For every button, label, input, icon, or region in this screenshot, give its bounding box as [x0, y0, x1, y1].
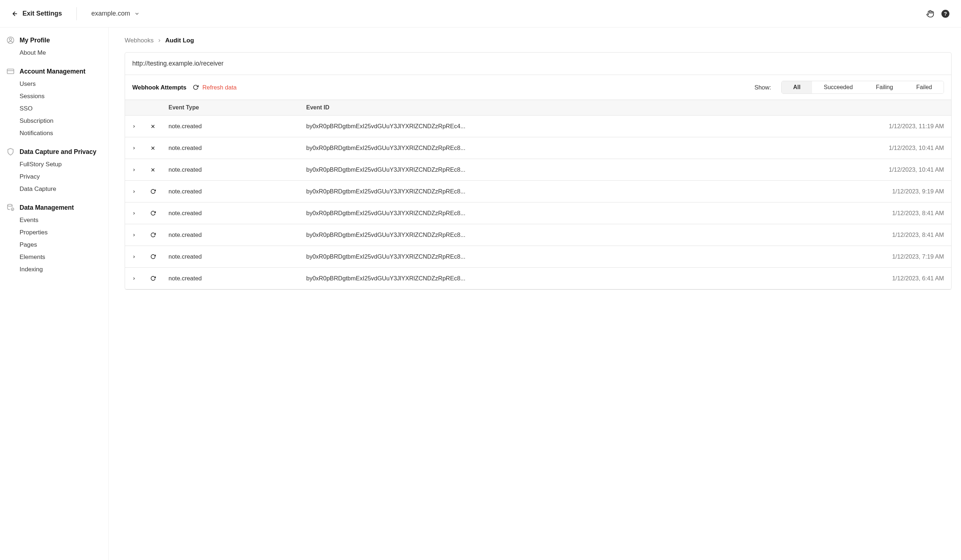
- expand-row-button[interactable]: [132, 190, 150, 193]
- card-icon: [6, 67, 14, 75]
- sidebar-item-properties[interactable]: Properties: [19, 229, 102, 236]
- row-event-id: by0xR0pBRDgtbmExI25vdGUuY3JlYXRlZCNDZzRp…: [306, 188, 864, 195]
- row-event-type: note.created: [169, 166, 306, 173]
- row-event-id: by0xR0pBRDgtbmExI25vdGUuY3JlYXRlZCNDZzRp…: [306, 123, 864, 130]
- col-event-type: Event Type: [169, 104, 306, 111]
- row-event-id: by0xR0pBRDgtbmExI25vdGUuY3JlYXRlZCNDZzRp…: [306, 166, 864, 173]
- row-event-id: by0xR0pBRDgtbmExI25vdGUuY3JlYXRlZCNDZzRp…: [306, 275, 864, 282]
- status-retry-icon: [150, 232, 169, 237]
- sidebar-section-title: Data Capture and Privacy: [19, 148, 96, 156]
- table-header: Event Type Event ID: [125, 99, 951, 116]
- sidebar-item-data-capture[interactable]: Data Capture: [19, 185, 102, 193]
- status-retry-icon: [150, 276, 169, 281]
- row-event-id: by0xR0pBRDgtbmExI25vdGUuY3JlYXRlZCNDZzRp…: [306, 210, 864, 217]
- expand-row-button[interactable]: [132, 168, 150, 172]
- row-event-type: note.created: [169, 231, 306, 238]
- sidebar-item-users[interactable]: Users: [19, 80, 102, 88]
- webhook-url: http://testing.example.io/receiver: [125, 53, 951, 75]
- row-event-id: by0xR0pBRDgtbmExI25vdGUuY3JlYXRlZCNDZzRp…: [306, 253, 864, 260]
- expand-row-button[interactable]: [132, 146, 150, 150]
- sidebar-item-indexing[interactable]: Indexing: [19, 266, 102, 273]
- refresh-icon: [193, 84, 199, 90]
- db-icon: [6, 204, 14, 212]
- arrow-left-icon: [11, 11, 18, 17]
- expand-row-button[interactable]: [132, 125, 150, 128]
- sidebar-item-events[interactable]: Events: [19, 217, 102, 224]
- refresh-button[interactable]: Refresh data: [193, 84, 236, 91]
- sidebar-item-notifications[interactable]: Notifications: [19, 130, 102, 137]
- table-row: note.createdby0xR0pBRDgtbmExI25vdGUuY3Jl…: [125, 202, 951, 224]
- chevron-right-icon: [157, 39, 162, 43]
- sidebar-item-about-me[interactable]: About Me: [19, 49, 102, 56]
- row-timestamp: 1/12/2023, 10:41 AM: [864, 166, 944, 173]
- row-event-type: note.created: [169, 253, 306, 260]
- sidebar-item-elements[interactable]: Elements: [19, 254, 102, 261]
- separator: [76, 7, 77, 20]
- user-icon: [6, 36, 14, 44]
- filter-group: AllSucceededFailingFailed: [781, 81, 944, 94]
- status-failed-icon: [150, 167, 169, 172]
- sidebar-section-title: Account Management: [19, 68, 85, 75]
- expand-row-button[interactable]: [132, 255, 150, 258]
- breadcrumb-current: Audit Log: [165, 37, 194, 44]
- breadcrumb-parent[interactable]: Webhooks: [125, 37, 154, 44]
- row-event-type: note.created: [169, 210, 306, 217]
- sidebar-item-privacy[interactable]: Privacy: [19, 173, 102, 180]
- status-retry-icon: [150, 189, 169, 194]
- sidebar-item-sso[interactable]: SSO: [19, 105, 102, 112]
- hand-icon[interactable]: [926, 10, 934, 18]
- refresh-label: Refresh data: [202, 84, 236, 91]
- table-row: note.createdby0xR0pBRDgtbmExI25vdGUuY3Jl…: [125, 159, 951, 181]
- row-timestamp: 1/12/2023, 10:41 AM: [864, 144, 944, 151]
- sidebar-section-header: My Profile: [6, 36, 102, 44]
- row-event-type: note.created: [169, 275, 306, 282]
- row-event-type: note.created: [169, 144, 306, 151]
- sidebar-item-subscription[interactable]: Subscription: [19, 117, 102, 125]
- domain-selector[interactable]: example.com: [91, 10, 140, 18]
- sidebar-item-fullstory-setup[interactable]: FullStory Setup: [19, 161, 102, 168]
- chevron-down-icon: [135, 11, 140, 16]
- expand-row-button[interactable]: [132, 233, 150, 237]
- main-content: Webhooks Audit Log http://testing.exampl…: [109, 27, 961, 560]
- sidebar-item-pages[interactable]: Pages: [19, 241, 102, 249]
- sidebar-item-sessions[interactable]: Sessions: [19, 93, 102, 100]
- filter-all[interactable]: All: [782, 81, 812, 93]
- show-label: Show:: [754, 84, 771, 91]
- sidebar-section-header: Data Management: [6, 204, 102, 212]
- shield-icon: [6, 148, 14, 156]
- sidebar-section-header: Account Management: [6, 67, 102, 75]
- status-failed-icon: [150, 124, 169, 129]
- expand-row-button[interactable]: [132, 277, 150, 280]
- table-row: note.createdby0xR0pBRDgtbmExI25vdGUuY3Jl…: [125, 268, 951, 289]
- attempts-label: Webhook Attempts: [132, 84, 186, 91]
- row-timestamp: 1/12/2023, 9:19 AM: [864, 188, 944, 195]
- expand-row-button[interactable]: [132, 212, 150, 215]
- sidebar-section-title: My Profile: [19, 37, 50, 44]
- exit-settings-label: Exit Settings: [22, 10, 62, 18]
- row-event-type: note.created: [169, 188, 306, 195]
- svg-point-3: [8, 204, 12, 207]
- status-retry-icon: [150, 254, 169, 259]
- sidebar-section-header: Data Capture and Privacy: [6, 148, 102, 156]
- exit-settings-button[interactable]: Exit Settings: [11, 10, 62, 18]
- row-event-type: note.created: [169, 123, 306, 130]
- domain-label: example.com: [91, 10, 130, 18]
- audit-log-card: http://testing.example.io/receiver Webho…: [125, 52, 951, 290]
- row-event-id: by0xR0pBRDgtbmExI25vdGUuY3JlYXRlZCNDZzRp…: [306, 144, 864, 151]
- table-row: note.createdby0xR0pBRDgtbmExI25vdGUuY3Jl…: [125, 137, 951, 159]
- row-event-id: by0xR0pBRDgtbmExI25vdGUuY3JlYXRlZCNDZzRp…: [306, 231, 864, 238]
- table-row: note.createdby0xR0pBRDgtbmExI25vdGUuY3Jl…: [125, 224, 951, 246]
- table-row: note.createdby0xR0pBRDgtbmExI25vdGUuY3Jl…: [125, 116, 951, 137]
- filter-failed[interactable]: Failed: [905, 81, 943, 93]
- help-icon[interactable]: ?: [942, 10, 950, 18]
- row-timestamp: 1/12/2023, 6:41 AM: [864, 275, 944, 282]
- table-row: note.createdby0xR0pBRDgtbmExI25vdGUuY3Jl…: [125, 181, 951, 202]
- row-timestamp: 1/12/2023, 7:19 AM: [864, 253, 944, 260]
- breadcrumb: Webhooks Audit Log: [125, 37, 951, 44]
- top-bar: Exit Settings example.com ?: [0, 0, 961, 27]
- table-row: note.createdby0xR0pBRDgtbmExI25vdGUuY3Jl…: [125, 246, 951, 268]
- status-retry-icon: [150, 210, 169, 216]
- row-timestamp: 1/12/2023, 8:41 AM: [864, 231, 944, 238]
- filter-succeeded[interactable]: Succeeded: [812, 81, 864, 93]
- filter-failing[interactable]: Failing: [864, 81, 905, 93]
